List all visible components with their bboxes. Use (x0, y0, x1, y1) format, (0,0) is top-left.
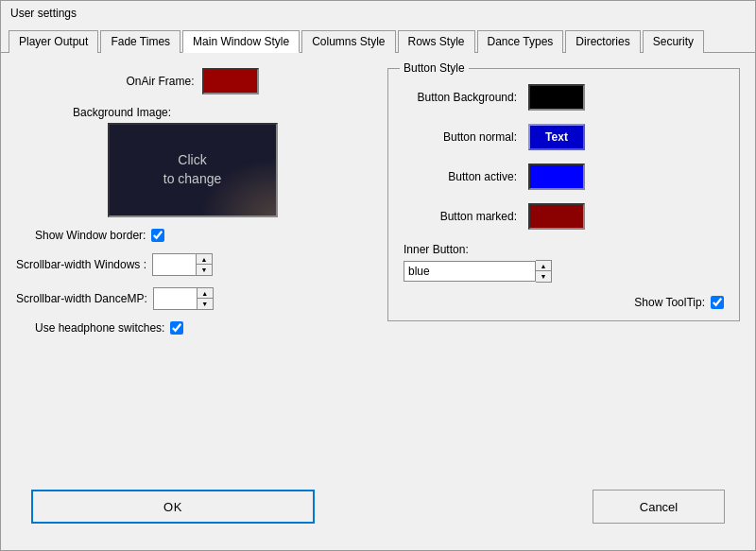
ok-button[interactable]: OK (31, 490, 315, 524)
scrollbar-windows-up[interactable]: ▲ (197, 254, 212, 265)
scrollbar-dancemp-label: Scrollbar-width DanceMP: (16, 292, 147, 305)
button-active-row: Button active: (404, 164, 724, 190)
window-title: User settings (10, 7, 77, 20)
button-normal-text: Text (545, 130, 568, 144)
form-section: OnAir Frame: Background Image: Clickto c… (16, 68, 369, 335)
button-style-legend: Button Style (400, 61, 469, 75)
tab-security[interactable]: Security (643, 30, 704, 53)
button-normal-row: Button normal: Text (404, 124, 724, 150)
scrollbar-dancemp-spinner-buttons: ▲ ▼ (197, 288, 213, 309)
inner-button-down[interactable]: ▼ (536, 271, 551, 282)
bg-click-text: Clickto change (163, 151, 222, 188)
button-active-color-picker[interactable] (528, 164, 585, 190)
inner-button-select[interactable]: blue (404, 261, 536, 282)
scrollbar-dancemp-spinner: 25 ▲ ▼ (153, 287, 214, 310)
show-window-border-row: Show Window border: (35, 229, 369, 242)
bg-image-section: Background Image: Clickto change (16, 106, 369, 217)
scrollbar-dancemp-down[interactable]: ▼ (198, 299, 213, 309)
show-window-border-label: Show Window border: (35, 229, 146, 242)
tab-bar: Player Output Fade Times Main Window Sty… (1, 26, 755, 53)
title-bar: User settings (1, 1, 755, 26)
tab-directories[interactable]: Directories (565, 30, 640, 53)
tooltip-checkbox[interactable] (711, 296, 724, 309)
show-window-border-checkbox[interactable] (151, 229, 164, 242)
content-area: OnAir Frame: Background Image: Clickto c… (1, 53, 755, 550)
tooltip-label: Show ToolTip: (634, 296, 705, 309)
inner-button-spinner: ▲ ▼ (536, 260, 552, 283)
tab-player-output[interactable]: Player Output (9, 30, 98, 53)
cancel-button[interactable]: Cancel (593, 490, 725, 524)
main-content: OnAir Frame: Background Image: Clickto c… (16, 68, 740, 478)
inner-button-label: Inner Button: (404, 243, 724, 256)
left-panel: OnAir Frame: Background Image: Clickto c… (16, 68, 369, 478)
inner-button-row: blue ▲ ▼ (404, 260, 724, 283)
button-marked-label: Button marked: (404, 210, 517, 223)
scrollbar-dancemp-up[interactable]: ▲ (198, 288, 213, 299)
button-bg-row: Button Background: (404, 84, 724, 111)
scrollbar-dancemp-row: Scrollbar-width DanceMP: 25 ▲ ▼ (16, 287, 369, 310)
bg-image-label: Background Image: (73, 106, 171, 119)
right-panel: Button Style Button Background: Button n… (387, 68, 740, 478)
scrollbar-dancemp-input[interactable]: 25 (154, 288, 197, 309)
button-normal-text-box[interactable]: Text (528, 124, 585, 150)
main-window: User settings Player Output Fade Times M… (0, 0, 756, 551)
scrollbar-windows-label: Scrollbar-width Windows : (16, 258, 146, 271)
scrollbar-windows-down[interactable]: ▼ (197, 265, 212, 275)
onair-label: OnAir Frame: (126, 75, 194, 88)
button-active-label: Button active: (404, 170, 517, 183)
button-marked-color-picker[interactable] (528, 203, 585, 230)
button-marked-row: Button marked: (404, 203, 724, 230)
inner-button-section: Inner Button: blue ▲ ▼ (404, 243, 724, 283)
scrollbar-windows-row: Scrollbar-width Windows : 16 ▲ ▼ (16, 253, 369, 276)
tab-dance-types[interactable]: Dance Types (477, 30, 564, 53)
footer: OK Cancel (16, 478, 740, 535)
button-normal-label: Button normal: (404, 130, 517, 144)
button-style-rows: Button Background: Button normal: Text (404, 84, 724, 309)
tab-columns-style[interactable]: Columns Style (301, 30, 395, 53)
tooltip-row: Show ToolTip: (404, 296, 724, 309)
onair-color-picker[interactable] (202, 68, 259, 95)
scrollbar-windows-spinner-buttons: ▲ ▼ (196, 254, 212, 275)
headphone-checkbox[interactable] (170, 321, 183, 335)
button-bg-color-picker[interactable] (528, 84, 585, 111)
tab-main-window-style[interactable]: Main Window Style (182, 30, 300, 53)
tab-fade-times[interactable]: Fade Times (100, 30, 180, 53)
scrollbar-windows-input[interactable]: 16 (153, 254, 196, 275)
headphone-label: Use headphone switches: (35, 321, 164, 335)
button-style-group: Button Style Button Background: Button n… (387, 68, 740, 321)
button-bg-label: Button Background: (404, 91, 517, 104)
tab-rows-style[interactable]: Rows Style (398, 30, 475, 53)
onair-row: OnAir Frame: (16, 68, 369, 95)
headphone-row: Use headphone switches: (35, 321, 369, 335)
inner-button-up[interactable]: ▲ (536, 261, 551, 271)
bg-image-preview[interactable]: Clickto change (108, 123, 278, 217)
scrollbar-windows-spinner: 16 ▲ ▼ (152, 253, 213, 276)
